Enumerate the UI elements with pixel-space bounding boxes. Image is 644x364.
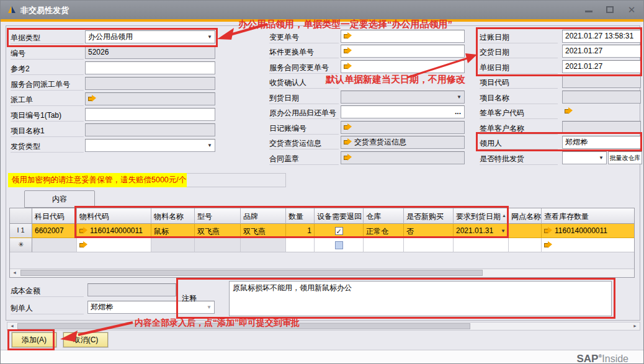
col-new-purchase[interactable]: 是否新购买 bbox=[404, 208, 454, 224]
cell-branch-name[interactable] bbox=[509, 238, 542, 252]
batch-change-warehouse-button[interactable]: 批量改仓库 bbox=[608, 151, 642, 164]
label-ref2: 参考2 bbox=[11, 64, 84, 75]
close-button[interactable]: ✕ bbox=[625, 5, 638, 15]
link-arrow-icon[interactable] bbox=[544, 241, 552, 248]
cell-warehouse[interactable]: 正常仓 bbox=[364, 224, 404, 238]
dropdown-icon[interactable]: ▼ bbox=[207, 35, 212, 40]
link-arrow-icon[interactable] bbox=[344, 63, 352, 69]
col-branch-name[interactable]: 网点名称 bbox=[509, 208, 542, 224]
grid-hscrollbar[interactable]: ◄ bbox=[10, 269, 634, 277]
col-quantity[interactable]: 数量 bbox=[286, 208, 315, 224]
label-special-approval: 是否特批发货 bbox=[480, 154, 558, 165]
cell-need-return[interactable] bbox=[315, 238, 364, 252]
scroll-left-icon[interactable]: ◄ bbox=[10, 269, 19, 277]
col-brand[interactable]: 品牌 bbox=[241, 208, 286, 224]
add-button[interactable]: 添加(A) bbox=[12, 332, 56, 347]
row-header-cell[interactable]: I 1 bbox=[10, 224, 32, 238]
link-arrow-icon[interactable] bbox=[544, 227, 552, 234]
link-arrow-icon[interactable] bbox=[344, 154, 352, 161]
project-code-field bbox=[562, 75, 641, 88]
dropdown-icon[interactable]: ▼ bbox=[599, 156, 604, 161]
dropdown-icon[interactable]: ▼ bbox=[207, 305, 212, 310]
contract-change-order-field[interactable] bbox=[341, 60, 465, 73]
cell-new-purchase[interactable] bbox=[404, 238, 454, 252]
special-approval-combo[interactable]: ▼ bbox=[562, 151, 607, 164]
delivery-date-field[interactable]: 2021.01.27 bbox=[562, 45, 641, 58]
note-textarea[interactable]: 原鼠标损坏不能用，领用新鼠标办公 bbox=[229, 281, 612, 316]
item-code-value: 1160140000011 bbox=[90, 226, 143, 235]
link-arrow-icon[interactable] bbox=[565, 107, 573, 114]
link-arrow-icon[interactable] bbox=[344, 32, 352, 39]
cell-quantity[interactable]: 1 bbox=[286, 224, 315, 238]
cell-required-date[interactable]: 2021.01.31▼ bbox=[454, 224, 509, 238]
tab-content[interactable]: 内容 bbox=[24, 190, 95, 208]
row-header-cell[interactable]: ✳ bbox=[10, 238, 32, 252]
link-arrow-icon[interactable] bbox=[88, 95, 96, 102]
project-name-field bbox=[562, 91, 641, 104]
col-item-code[interactable]: 物料代码 bbox=[77, 208, 151, 224]
cell-required-date[interactable] bbox=[454, 238, 509, 252]
project-no1-field[interactable] bbox=[85, 108, 215, 121]
col-item-name[interactable]: 物料名称 bbox=[151, 208, 195, 224]
cell-model[interactable]: 双飞燕 bbox=[195, 224, 241, 238]
cell-account-code[interactable] bbox=[32, 238, 77, 252]
col-warehouse[interactable]: 仓库 bbox=[364, 208, 404, 224]
cell-warehouse[interactable] bbox=[364, 238, 404, 252]
minimize-button[interactable] bbox=[583, 5, 595, 15]
cell-stock-qty[interactable]: 1160140000011 bbox=[542, 224, 634, 238]
checkbox-checked[interactable]: ✓ bbox=[335, 227, 343, 235]
cell-brand[interactable]: 双飞燕 bbox=[241, 224, 286, 238]
cell-brand[interactable] bbox=[241, 238, 286, 252]
ellipsis-icon[interactable]: ... bbox=[455, 106, 461, 118]
cell-quantity[interactable] bbox=[286, 238, 315, 252]
label-contract-change-order: 服务合同变更单号 bbox=[269, 63, 339, 74]
dropdown-icon[interactable]: ▼ bbox=[457, 95, 462, 100]
table-new-row[interactable]: ✳ bbox=[10, 238, 634, 252]
col-account-code[interactable]: 科目代码 bbox=[32, 208, 77, 224]
bad-part-order-field[interactable] bbox=[341, 45, 465, 58]
dropdown-icon[interactable]: ▼ bbox=[501, 229, 506, 234]
col-required-date[interactable]: 要求到货日期▲ bbox=[454, 208, 509, 224]
table-row[interactable]: I 1 6602007 1160140000011 鼠标 双飞燕 双飞燕 1 ✓… bbox=[10, 224, 634, 238]
sort-asc-icon: ▲ bbox=[502, 213, 506, 218]
creator-value: 郑熠桦 bbox=[91, 303, 113, 311]
doc-type-combo[interactable]: 办公用品领用 ▼ bbox=[85, 30, 215, 43]
link-arrow-icon[interactable] bbox=[344, 123, 352, 130]
cell-item-code[interactable] bbox=[77, 238, 151, 252]
document-date-field[interactable]: 2021.01.27 bbox=[562, 60, 641, 73]
ref2-field[interactable] bbox=[85, 61, 215, 74]
maximize-button[interactable] bbox=[604, 5, 616, 15]
col-need-return[interactable]: 设备需要退回 bbox=[315, 208, 364, 224]
posting-date-field[interactable]: 2021.01.27 13:58:31 bbox=[562, 30, 641, 43]
cell-model[interactable] bbox=[195, 238, 241, 252]
col-model[interactable]: 型号 bbox=[195, 208, 241, 224]
cell-item-name[interactable]: 鼠标 bbox=[151, 224, 195, 238]
cell-stock-qty[interactable] bbox=[542, 238, 634, 252]
scroll-right-icon[interactable]: ► bbox=[630, 322, 640, 330]
return-order-field[interactable]: ... bbox=[341, 105, 465, 118]
scroll-left-icon[interactable]: ◄ bbox=[7, 322, 17, 330]
cell-branch-name[interactable] bbox=[509, 224, 542, 238]
link-arrow-icon[interactable] bbox=[344, 138, 352, 145]
cancel-button[interactable]: 取消(C) bbox=[63, 332, 108, 347]
grid-corner-cell bbox=[10, 208, 32, 224]
link-arrow-icon[interactable] bbox=[79, 227, 87, 234]
checkbox-unchecked[interactable] bbox=[335, 241, 343, 249]
cell-account-code[interactable]: 6602007 bbox=[32, 224, 77, 238]
col-stock-qty[interactable]: 查看库存数量 bbox=[542, 208, 634, 224]
shipping-info-link[interactable]: 交货查货运信息 bbox=[354, 138, 406, 146]
link-arrow-icon[interactable] bbox=[79, 241, 87, 248]
requisitioner-field[interactable]: 郑熠桦 bbox=[562, 136, 641, 149]
change-order-field[interactable] bbox=[341, 30, 465, 43]
shipping-info-field: 交货查货运信息 bbox=[341, 136, 465, 149]
link-arrow-icon[interactable] bbox=[344, 47, 352, 54]
cell-item-name[interactable] bbox=[151, 238, 195, 252]
delivery-type-combo[interactable]: ▼ bbox=[85, 139, 215, 152]
cell-item-code[interactable]: 1160140000011 bbox=[77, 224, 151, 238]
dropdown-icon[interactable]: ▼ bbox=[207, 143, 212, 148]
cell-need-return[interactable]: ✓ bbox=[315, 224, 364, 238]
scroll-thumb[interactable] bbox=[20, 270, 483, 276]
window-hscrollbar[interactable]: ◄ ► bbox=[7, 322, 640, 331]
cell-new-purchase[interactable]: 否 bbox=[404, 224, 454, 238]
arrival-date-combo[interactable]: ▼ bbox=[341, 91, 465, 104]
